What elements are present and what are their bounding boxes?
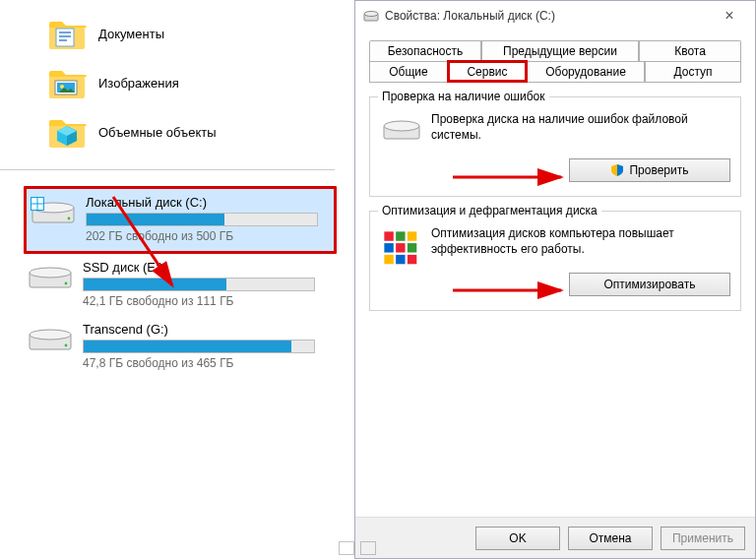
drive-status: 42,1 ГБ свободно из 111 ГБ xyxy=(83,294,333,308)
svg-point-24 xyxy=(384,121,419,131)
svg-rect-14 xyxy=(38,205,44,211)
defrag-icon xyxy=(382,229,421,263)
group-legend: Оптимизация и дефрагментация диска xyxy=(378,204,601,217)
drive-e[interactable]: SSD диск (E:) 42,1 ГБ свободно из 111 ГБ xyxy=(24,254,337,316)
tab-general[interactable]: Общие xyxy=(369,61,448,82)
svg-point-6 xyxy=(60,85,64,89)
group-text: Проверка диска на наличие ошибок файлово… xyxy=(431,111,730,149)
tab-quota[interactable]: Квота xyxy=(639,40,741,61)
drive-small-icon xyxy=(363,9,379,23)
hdd-icon xyxy=(31,197,76,226)
svg-point-20 xyxy=(65,344,68,347)
apply-button[interactable]: Применить xyxy=(661,527,745,550)
svg-rect-26 xyxy=(396,231,405,240)
close-icon[interactable]: × xyxy=(712,1,747,31)
tab-hardware[interactable]: Оборудование xyxy=(527,61,645,82)
drives-list: Локальный диск (C:) 202 ГБ свободно из 5… xyxy=(0,186,354,378)
dialog-footer: OK Отмена Применить xyxy=(355,517,755,558)
usage-bar xyxy=(83,340,315,353)
dialog-title: Свойства: Локальный диск (C:) xyxy=(385,9,555,23)
folder-3d-objects[interactable]: Объемные объекты xyxy=(47,110,354,154)
pictures-folder-icon xyxy=(47,65,87,100)
tab-sharing[interactable]: Доступ xyxy=(645,61,741,82)
view-mode-icons[interactable] xyxy=(339,541,376,555)
svg-rect-12 xyxy=(38,198,44,204)
svg-rect-13 xyxy=(32,205,37,211)
drive-name: SSD диск (E:) xyxy=(83,260,333,275)
svg-rect-33 xyxy=(408,255,416,264)
cancel-button[interactable]: Отмена xyxy=(568,527,653,550)
usage-bar xyxy=(86,213,318,226)
group-error-checking: Проверка на наличие ошибок Проверка диск… xyxy=(369,96,741,197)
tab-strip: Безопасность Предыдущие версии Квота Общ… xyxy=(369,40,741,83)
library-folders: Документы Изображения Объемные объекты xyxy=(0,0,354,154)
titlebar[interactable]: Свойства: Локальный диск (C:) × xyxy=(355,1,755,31)
tab-previous-versions[interactable]: Предыдущие версии xyxy=(481,40,639,61)
svg-point-22 xyxy=(364,12,378,17)
svg-rect-3 xyxy=(59,39,67,41)
optimize-button[interactable]: Оптимизировать xyxy=(569,273,730,296)
svg-point-9 xyxy=(68,217,71,220)
svg-point-17 xyxy=(65,282,68,285)
svg-rect-2 xyxy=(59,35,71,37)
tab-security[interactable]: Безопасность xyxy=(369,40,481,61)
tab-tools[interactable]: Сервис xyxy=(448,61,527,82)
svg-rect-30 xyxy=(408,243,416,252)
hdd-icon xyxy=(28,324,73,353)
hdd-icon xyxy=(28,262,73,291)
folder-label: Документы xyxy=(98,27,164,41)
drive-name: Transcend (G:) xyxy=(83,322,333,337)
svg-rect-29 xyxy=(396,243,405,252)
documents-folder-icon xyxy=(47,16,87,51)
svg-rect-27 xyxy=(408,231,416,240)
svg-point-16 xyxy=(30,268,71,278)
uac-shield-icon xyxy=(610,163,624,177)
svg-rect-32 xyxy=(396,255,405,264)
drive-name: Локальный диск (C:) xyxy=(86,195,330,210)
usage-bar xyxy=(83,278,315,291)
properties-dialog: Свойства: Локальный диск (C:) × Безопасн… xyxy=(354,0,756,559)
drive-status: 202 ГБ свободно из 500 ГБ xyxy=(86,229,330,243)
svg-rect-28 xyxy=(384,243,393,252)
drive-c[interactable]: Локальный диск (C:) 202 ГБ свободно из 5… xyxy=(24,186,337,254)
svg-point-19 xyxy=(30,330,71,340)
svg-rect-31 xyxy=(384,255,393,264)
folder-label: Объемные объекты xyxy=(98,125,217,140)
svg-rect-1 xyxy=(59,31,71,33)
check-button[interactable]: Проверить xyxy=(569,158,730,182)
divider xyxy=(0,169,335,170)
group-text: Оптимизация дисков компьютера повышает э… xyxy=(431,225,730,263)
3d-objects-folder-icon xyxy=(47,114,87,150)
folder-pictures[interactable]: Изображения xyxy=(47,61,354,104)
ok-button[interactable]: OK xyxy=(475,527,560,550)
drive-g[interactable]: Transcend (G:) 47,8 ГБ свободно из 465 Г… xyxy=(24,316,337,378)
folder-documents[interactable]: Документы xyxy=(47,12,354,55)
explorer-pane: Документы Изображения Объемные объекты Л… xyxy=(0,0,354,559)
drive-status: 47,8 ГБ свободно из 465 ГБ xyxy=(83,356,333,370)
group-legend: Проверка на наличие ошибок xyxy=(378,90,549,103)
hdd-icon xyxy=(382,115,421,149)
svg-rect-11 xyxy=(32,198,37,204)
folder-label: Изображения xyxy=(98,76,179,91)
group-optimize: Оптимизация и дефрагментация диска Оптим… xyxy=(369,211,741,311)
svg-rect-25 xyxy=(384,231,393,240)
